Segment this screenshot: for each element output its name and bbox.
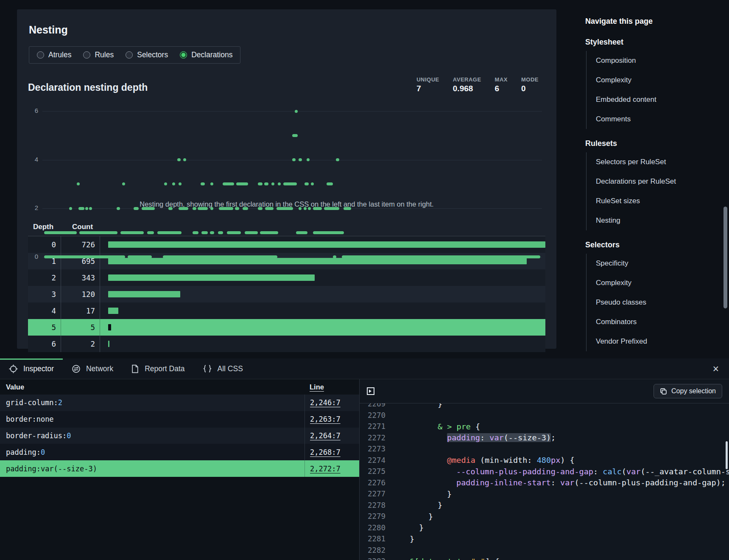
sidebar-item-comments[interactable]: Comments (587, 109, 710, 129)
line-link[interactable]: 2,272:7 (310, 465, 341, 473)
code-line-2278: 2278} (360, 500, 729, 511)
bar-cell (100, 341, 545, 347)
code-scroll-area[interactable]: 2269}22702271& > pre {2272padding: var(-… (360, 403, 729, 560)
scatter-dot-run (210, 207, 213, 210)
panel-toggle-icon[interactable] (366, 387, 375, 395)
declaration-cell: grid-column: 2 (0, 395, 304, 411)
radio-circle-icon[interactable] (37, 51, 44, 59)
sidebar-item-nesting[interactable]: Nesting (587, 211, 710, 230)
sidebar-item-declarations-per-ruleset[interactable]: Declarations per RuleSet (587, 172, 710, 191)
sidebar-item-complexity[interactable]: Complexity (587, 70, 710, 90)
sidebar-item-combinators[interactable]: Combinators (587, 312, 710, 332)
code-token: } (438, 501, 442, 510)
table-row-depth-3[interactable]: 3120 (28, 286, 545, 302)
count-cell: 5 (61, 319, 100, 336)
scatter-dot-run (265, 207, 274, 210)
bar-cell (100, 291, 545, 297)
code-token: } (447, 490, 452, 498)
code-token: @media (447, 456, 475, 465)
code-line-2275: 2275--column-plus-padding-and-gap: calc(… (360, 466, 729, 477)
sidebar-item-complexity[interactable]: Complexity (587, 273, 710, 293)
sidebar-item-composition[interactable]: Composition (587, 51, 710, 70)
line-link[interactable]: 2,264:7 (310, 431, 341, 440)
y-axis-tick-label: 6 (28, 107, 38, 114)
table-row-depth-6[interactable]: 62 (28, 336, 545, 352)
code-scrollbar-thumb[interactable] (726, 441, 728, 469)
tab-report-data[interactable]: Report Data (122, 358, 193, 379)
sidebar-item-embedded-content[interactable]: Embedded content (587, 90, 710, 109)
count-cell: 17 (61, 302, 100, 319)
stat-mode: MODE0 (521, 76, 539, 93)
file-icon (131, 364, 139, 373)
depth-cell: 2 (28, 269, 61, 286)
tab-network[interactable]: Network (63, 358, 122, 379)
depth-table-header: DepthCount (28, 223, 545, 236)
sidebar-group-items: Selectors per RuleSetDeclarations per Ru… (586, 152, 710, 230)
code-content: } (393, 403, 442, 409)
bar-cell (100, 258, 545, 264)
sidebar-item-ruleset-sizes[interactable]: RuleSet sizes (587, 191, 710, 211)
close-icon[interactable]: × (711, 362, 721, 376)
chart-title: Declaration nesting depth (28, 82, 148, 93)
sidebar-item-selectors-per-ruleset[interactable]: Selectors per RuleSet (587, 152, 710, 172)
depth-count-table: DepthCount07261695234331204175562 (28, 223, 545, 352)
value-table-row[interactable]: border: none2,263:7 (0, 411, 359, 428)
radio-option-rules[interactable]: Rules (83, 50, 114, 59)
scatter-dot-run (172, 182, 175, 185)
page-scrollbar[interactable] (723, 0, 728, 358)
scatter-dot-run (177, 158, 181, 161)
declaration-property: padding: (6, 465, 41, 473)
line-link[interactable]: 2,268:7 (310, 448, 341, 456)
declaration-value: 0 (67, 431, 71, 440)
table-row-depth-2[interactable]: 2343 (28, 269, 545, 286)
value-table-row[interactable]: padding: var(--size-3)2,272:7 (0, 460, 359, 477)
scatter-dot-run (201, 182, 205, 185)
table-row-depth-0[interactable]: 0726 (28, 236, 545, 253)
table-row-depth-5[interactable]: 55 (28, 319, 545, 336)
tab-inspector[interactable]: Inspector (0, 358, 63, 379)
page-scrollbar-thumb[interactable] (723, 207, 727, 308)
scatter-dot-run (277, 207, 293, 210)
value-table-row[interactable]: grid-column: 22,246:7 (0, 395, 359, 411)
line-column-header[interactable]: Line (304, 383, 359, 391)
value-table-row[interactable]: border-radius: 02,264:7 (0, 428, 359, 444)
line-number: 2274 (360, 456, 393, 465)
radio-circle-icon[interactable] (83, 51, 90, 59)
radio-circle-icon[interactable] (126, 51, 133, 59)
code-content: } (393, 512, 433, 521)
radio-label: Atrules (48, 50, 71, 59)
radio-option-atrules[interactable]: Atrules (37, 50, 71, 59)
code-content: @media (min-width: 480px) { (393, 456, 575, 465)
radio-option-selectors[interactable]: Selectors (126, 50, 168, 59)
scatter-dot-run (79, 231, 117, 234)
code-token: : (593, 467, 603, 476)
sidebar-item-pseudo-classes[interactable]: Pseudo classes (587, 293, 710, 312)
bar-cell (100, 274, 545, 281)
scatter-dot-run (344, 207, 352, 210)
code-line-2280: 2280} (360, 522, 729, 534)
stat-value: 7 (416, 84, 439, 93)
scatter-dot-run (336, 158, 339, 161)
line-link[interactable]: 2,246:7 (310, 398, 341, 407)
tab-all-css[interactable]: All CSS (194, 358, 252, 379)
table-row-depth-4[interactable]: 417 (28, 302, 545, 319)
count-header-label: Count (61, 223, 100, 231)
declaration-property: border-radius: (6, 431, 67, 440)
line-cell: 2,246:7 (304, 395, 359, 411)
code-content: } (393, 535, 414, 543)
sidebar-item-vendor-prefixed[interactable]: Vendor Prefixed (587, 332, 710, 351)
sidebar-group-items: CompositionComplexityEmbedded contentCom… (586, 51, 710, 129)
copy-selection-button[interactable]: Copy selection (654, 384, 722, 398)
code-line-2271: 2271& > pre { (360, 421, 729, 432)
sidebar-item-specificity[interactable]: Specificity (587, 254, 710, 273)
depth-cell: 4 (28, 302, 61, 319)
count-bar (108, 324, 111, 330)
radio-circle-icon[interactable] (180, 51, 187, 59)
radio-option-declarations[interactable]: Declarations (180, 50, 232, 59)
code-content: } (393, 523, 424, 532)
code-token: calc (603, 467, 622, 476)
line-link[interactable]: 2,263:7 (310, 415, 341, 423)
value-table-row[interactable]: padding: 02,268:7 (0, 444, 359, 460)
code-line-2269: 2269} (360, 403, 729, 410)
value-column-header: Value (0, 383, 304, 391)
